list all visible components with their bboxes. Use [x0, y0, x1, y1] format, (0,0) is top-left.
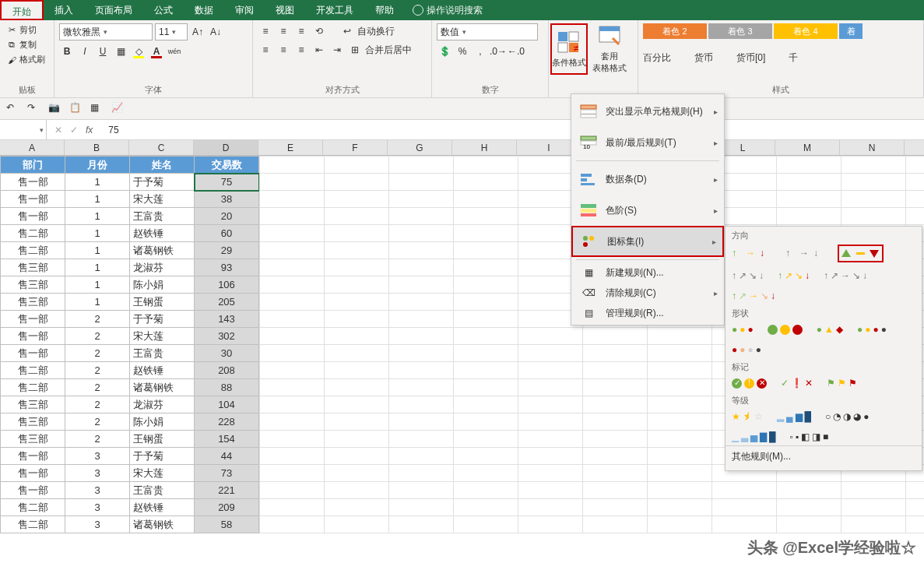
iconset-3signs[interactable]: ●▲◆ [815, 322, 845, 336]
cell-styles-gallery[interactable]: 着色 2 着色 3 着色 4 着 [643, 23, 919, 39]
cf-new-rule[interactable]: ▦ 新建规则(N)... [571, 262, 724, 283]
iconset-4arrows-color[interactable]: ↑↗↘↓ [776, 269, 811, 283]
comma-icon[interactable]: , [473, 44, 488, 59]
undo-icon[interactable]: ↶ [6, 102, 19, 115]
iconset-4circles[interactable]: ●●●● [855, 322, 888, 336]
iconset-5boxes[interactable]: ▫▪◧◨■ [789, 430, 831, 444]
column-headers[interactable]: ABCDEFGHIJKLMNO [0, 140, 924, 156]
underline-button[interactable]: U [95, 44, 111, 59]
iconset-3stars[interactable]: ★⯨☆ [730, 410, 764, 424]
style-currency0[interactable]: 货币[0] [736, 51, 765, 65]
align-center-icon[interactable]: ≡ [276, 42, 291, 58]
align-right-icon[interactable]: ≡ [293, 42, 309, 58]
iconset-3symbols-circled[interactable]: ✓!✕ [730, 376, 768, 390]
iconset-3flags[interactable]: ⚑⚑⚑ [825, 376, 859, 390]
iconset-4arrows-gray[interactable]: ↑↗↘↓ [730, 269, 765, 283]
font-size-combo[interactable]: 11▾ [155, 23, 188, 40]
decrease-decimal-icon[interactable]: ←.0 [508, 44, 524, 59]
tab-formulas[interactable]: 公式 [143, 0, 184, 20]
cf-manage-rules[interactable]: ▤ 管理规则(R)... [571, 303, 724, 323]
style-percent[interactable]: 百分比 [643, 51, 671, 65]
paste-icon[interactable]: 📋 [69, 102, 83, 115]
iconset-more-rules[interactable]: 其他规则(M)... [725, 445, 922, 467]
svg-rect-9 [581, 114, 596, 118]
style-accent2[interactable]: 着色 2 [643, 23, 707, 39]
tab-insert[interactable]: 插入 [44, 0, 84, 20]
style-currency[interactable]: 货币 [694, 51, 713, 65]
indent-dec-icon[interactable]: ⇤ [311, 42, 327, 58]
cancel-icon[interactable]: ✕ [54, 125, 62, 135]
data-table[interactable]: 部门月份姓名交易数售一部1于予菊75售一部1宋大莲38售一部1王富贵20售二部1… [0, 156, 259, 533]
redo-icon[interactable]: ↷ [27, 102, 40, 115]
cf-data-bars[interactable]: 数据条(D)▸ [571, 164, 724, 195]
orientation-icon[interactable]: ⟲ [311, 23, 327, 39]
font-color-button[interactable]: A [149, 44, 164, 59]
merge-center-button[interactable]: 合并后居中 [365, 44, 412, 57]
font-name-combo[interactable]: 微软雅黑▾ [59, 23, 153, 40]
cf-clear-rules[interactable]: ⌫ 清除规则(C)▸ [571, 283, 724, 303]
style-accent3[interactable]: 着色 3 [708, 23, 772, 39]
italic-button[interactable]: I [77, 44, 93, 59]
iconset-5arrows-color[interactable]: ↑↗→↘↓ [730, 289, 777, 303]
align-top-icon[interactable]: ≡ [258, 23, 273, 39]
tab-home[interactable]: 开始 [0, 0, 44, 20]
copy-button[interactable]: ⧉复制 [5, 38, 47, 51]
increase-decimal-icon[interactable]: .0→ [490, 44, 506, 59]
chart-icon[interactable]: 📈 [111, 102, 125, 115]
name-box[interactable] [0, 120, 47, 139]
cf-top-bottom-rules[interactable]: 10 最前/最后规则(T)▸ [571, 127, 724, 158]
format-painter-button[interactable]: 🖌格式刷 [5, 53, 47, 66]
cf-color-scales[interactable]: 色阶(S)▸ [571, 195, 724, 226]
percent-icon[interactable]: % [455, 44, 470, 59]
fx-icon[interactable]: fx [86, 125, 93, 135]
iconset-5quarters[interactable]: ○◔◑◕● [824, 410, 871, 424]
tab-layout[interactable]: 页面布局 [84, 0, 143, 20]
number-format-combo[interactable]: 数值▾ [437, 23, 538, 40]
conditional-format-button[interactable]: ≠ 条件格式 [550, 23, 588, 75]
format-as-table-button[interactable]: 套用 表格格式 [591, 23, 628, 75]
tab-review[interactable]: 审阅 [224, 0, 265, 20]
align-bot-icon[interactable]: ≡ [293, 23, 309, 39]
tell-me-search[interactable]: 操作说明搜索 [405, 4, 490, 17]
wrap-text-icon: ↩ [339, 23, 355, 39]
accounting-icon[interactable]: 💲 [437, 44, 452, 59]
cut-button[interactable]: ✂剪切 [5, 23, 47, 37]
iconset-4bars[interactable]: ▂▄▆█ [775, 410, 813, 424]
iconset-5arrows-gray[interactable]: ↑↗→↘↓ [822, 269, 869, 283]
align-left-icon[interactable]: ≡ [258, 42, 273, 58]
cf-icon-sets[interactable]: 图标集(I)▸ [571, 226, 724, 257]
tab-view[interactable]: 视图 [265, 0, 305, 20]
tab-dev[interactable]: 开发工具 [305, 0, 364, 20]
increase-font-icon[interactable]: A↑ [190, 24, 206, 40]
cf-highlight-rules[interactable]: 突出显示单元格规则(H)▸ [571, 96, 724, 127]
tab-help[interactable]: 帮助 [364, 0, 405, 20]
iconset-redtoblack[interactable]: ●●●● [730, 343, 763, 357]
ribbon-tabs: 开始 插入 页面布局 公式 数据 审阅 视图 开发工具 帮助 操作说明搜索 [0, 0, 924, 20]
confirm-icon[interactable]: ✓ [70, 125, 78, 135]
fill-color-button[interactable]: ◇ [131, 44, 146, 59]
camera-icon[interactable]: 📷 [48, 102, 61, 115]
iconset-3circles[interactable]: ●●● [730, 322, 755, 336]
svg-rect-2 [558, 43, 567, 52]
border-icon[interactable]: ▦ [90, 102, 104, 115]
indent-inc-icon[interactable]: ⇥ [329, 42, 345, 58]
iconset-icon [581, 234, 599, 249]
formula-input[interactable]: 75 [100, 125, 118, 135]
style-thousands[interactable]: 千 [789, 51, 798, 65]
decrease-font-icon[interactable]: A↓ [208, 24, 223, 40]
svg-rect-13 [581, 174, 592, 177]
iconset-3arrows-color[interactable]: ↑→↓ [730, 245, 773, 262]
wrap-text-button[interactable]: 自动换行 [357, 25, 395, 38]
iconset-3symbols[interactable]: ✓❗✕ [779, 376, 814, 390]
border-button[interactable]: ▦ [113, 44, 128, 59]
iconset-5bars[interactable]: ▁▃▅▇█ [730, 430, 778, 444]
iconset-3circles-rimmed[interactable] [766, 322, 804, 336]
iconset-3triangles[interactable] [838, 245, 884, 262]
iconset-3arrows-gray[interactable]: ↑→↓ [784, 245, 827, 262]
style-accent5[interactable]: 着 [839, 23, 863, 39]
bold-button[interactable]: B [59, 44, 75, 59]
tab-data[interactable]: 数据 [184, 0, 224, 20]
align-mid-icon[interactable]: ≡ [276, 23, 291, 39]
style-accent4[interactable]: 着色 4 [774, 23, 838, 39]
phonetic-button[interactable]: wén [167, 44, 182, 59]
